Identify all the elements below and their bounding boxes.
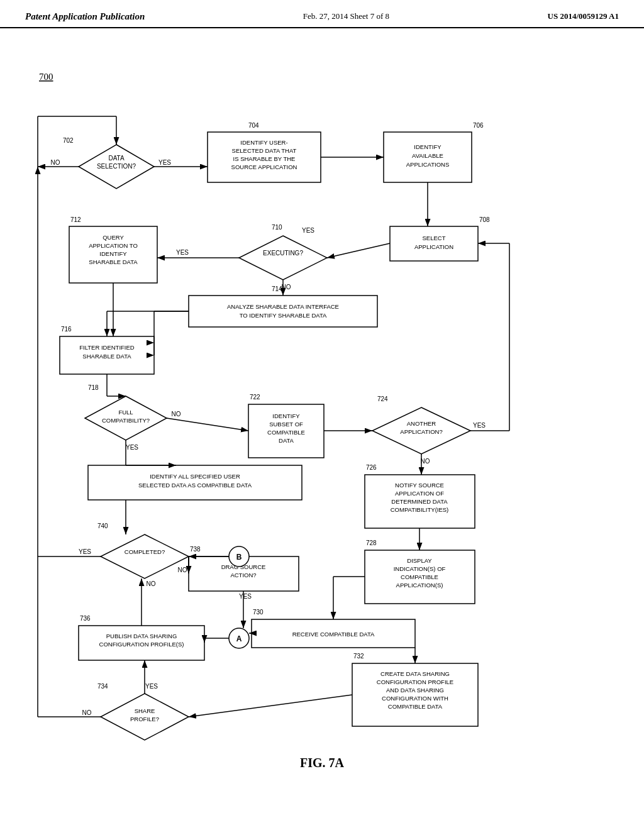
svg-text:SELECT: SELECT: [423, 235, 446, 241]
svg-text:712: 712: [70, 216, 81, 223]
svg-text:AND DATA SHARING: AND DATA SHARING: [386, 687, 444, 694]
svg-text:NO: NO: [178, 567, 187, 573]
svg-text:IDENTIFY: IDENTIFY: [414, 143, 441, 150]
svg-text:SELECTION?: SELECTION?: [97, 163, 136, 170]
svg-text:YES: YES: [145, 683, 158, 690]
svg-text:EXECUTING?: EXECUTING?: [263, 250, 303, 257]
svg-text:NO: NO: [82, 709, 92, 716]
svg-text:DATA: DATA: [108, 155, 125, 162]
svg-text:738: 738: [190, 546, 201, 553]
svg-text:736: 736: [80, 615, 91, 622]
svg-text:702: 702: [63, 137, 74, 144]
publication-title: Patent Application Publication: [25, 11, 145, 22]
svg-text:COMPATIBLE DATA: COMPATIBLE DATA: [388, 703, 443, 710]
svg-text:IDENTIFY: IDENTIFY: [99, 250, 127, 257]
svg-text:A: A: [236, 634, 242, 643]
svg-text:SUBSET OF: SUBSET OF: [269, 421, 303, 428]
svg-text:COMPATIBLE: COMPATIBLE: [401, 573, 438, 580]
svg-text:YES: YES: [158, 159, 171, 166]
svg-text:COMPATIBILITY(IES): COMPATIBILITY(IES): [391, 506, 449, 513]
svg-text:724: 724: [377, 396, 388, 402]
svg-text:SHARABLE DATA: SHARABLE DATA: [89, 258, 138, 265]
svg-rect-35: [189, 296, 377, 327]
svg-text:728: 728: [366, 540, 377, 546]
svg-text:708: 708: [479, 216, 490, 223]
svg-line-153: [189, 695, 352, 717]
svg-line-131: [167, 418, 248, 431]
svg-text:APPLICATION(S): APPLICATION(S): [396, 582, 443, 589]
svg-text:APPLICATION OF: APPLICATION OF: [395, 490, 444, 497]
svg-text:APPLICATIONS: APPLICATIONS: [406, 161, 449, 168]
svg-text:YES: YES: [79, 548, 91, 555]
svg-text:COMPATIBILITY?: COMPATIBILITY?: [102, 417, 150, 424]
svg-text:SOURCE APPLICATION: SOURCE APPLICATION: [231, 163, 297, 170]
svg-text:NO: NO: [172, 411, 181, 418]
svg-line-118: [327, 243, 390, 258]
svg-text:TO IDENTIFY SHARABLE DATA: TO IDENTIFY SHARABLE DATA: [240, 312, 327, 319]
svg-text:PROFILE?: PROFILE?: [130, 716, 159, 722]
svg-text:FULL: FULL: [118, 409, 133, 416]
svg-text:IS SHARABLE BY THE: IS SHARABLE BY THE: [233, 155, 296, 162]
svg-text:INDICATION(S) OF: INDICATION(S) OF: [394, 565, 446, 572]
svg-text:APPLICATION?: APPLICATION?: [400, 428, 442, 435]
page-header: Patent Application Publication Feb. 27, …: [0, 0, 644, 28]
svg-text:734: 734: [97, 683, 108, 690]
svg-text:716: 716: [61, 326, 72, 333]
svg-text:DISPLAY: DISPLAY: [407, 557, 432, 564]
svg-text:722: 722: [250, 394, 260, 401]
svg-text:SELECTED DATA THAT: SELECTED DATA THAT: [232, 147, 297, 154]
svg-text:IDENTIFY USER-: IDENTIFY USER-: [240, 139, 287, 146]
svg-text:QUERY: QUERY: [103, 234, 124, 241]
svg-text:718: 718: [88, 384, 99, 391]
svg-text:COMPLETED?: COMPLETED?: [125, 548, 165, 555]
svg-text:AVAILABLE: AVAILABLE: [412, 152, 443, 159]
svg-text:APPLICATION TO: APPLICATION TO: [89, 242, 138, 249]
svg-text:SHARE: SHARE: [135, 707, 155, 714]
svg-text:704: 704: [248, 122, 259, 129]
svg-text:SELECTED DATA AS COMPATIBLE DA: SELECTED DATA AS COMPATIBLE DATA: [138, 482, 252, 489]
svg-text:NO: NO: [51, 159, 60, 166]
svg-text:CREATE DATA SHARING: CREATE DATA SHARING: [380, 670, 450, 677]
svg-text:APPLICATION: APPLICATION: [414, 243, 453, 250]
diagram-area: 700 DATA SELECTION? 702 NO YES IDENTIFY …: [0, 35, 644, 789]
svg-text:CONFIGURATION PROFILE: CONFIGURATION PROFILE: [377, 678, 453, 685]
svg-text:NO: NO: [421, 458, 430, 465]
svg-text:ANOTHER: ANOTHER: [407, 420, 436, 427]
svg-text:ANALYZE SHARABLE DATA INTERFAC: ANALYZE SHARABLE DATA INTERFACE: [227, 303, 339, 310]
svg-text:NOTIFY SOURCE: NOTIFY SOURCE: [395, 482, 444, 489]
svg-text:YES: YES: [176, 249, 189, 256]
svg-text:740: 740: [97, 523, 108, 529]
svg-text:700: 700: [39, 72, 53, 82]
svg-text:706: 706: [473, 122, 484, 129]
svg-text:ACTION?: ACTION?: [230, 572, 256, 578]
svg-marker-23: [239, 236, 327, 280]
svg-text:FILTER IDENTIFIED: FILTER IDENTIFIED: [79, 344, 135, 351]
svg-text:PUBLISH DATA SHARING: PUBLISH DATA SHARING: [106, 633, 177, 639]
sheet-info: Feb. 27, 2014 Sheet 7 of 8: [303, 11, 389, 21]
svg-text:RECEIVE COMPATIBLE DATA: RECEIVE COMPATIBLE DATA: [292, 631, 375, 638]
svg-text:714: 714: [272, 285, 282, 292]
svg-text:710: 710: [272, 224, 282, 231]
svg-text:YES: YES: [302, 227, 314, 234]
figure-label: FIG. 7A: [300, 756, 344, 770]
svg-text:DETERMINED DATA: DETERMINED DATA: [391, 498, 448, 505]
flowchart-svg: 700 DATA SELECTION? 702 NO YES IDENTIFY …: [0, 35, 644, 789]
svg-text:IDENTIFY ALL SPECIFIED USER: IDENTIFY ALL SPECIFIED USER: [150, 473, 240, 480]
svg-text:730: 730: [253, 609, 264, 616]
svg-text:YES: YES: [126, 444, 138, 451]
svg-text:YES: YES: [473, 422, 486, 429]
svg-text:726: 726: [366, 464, 377, 471]
svg-text:COMPATIBLE: COMPATIBLE: [267, 429, 305, 436]
svg-text:CONFIGURATION PROFILE(S): CONFIGURATION PROFILE(S): [99, 641, 184, 648]
svg-text:IDENTIFY: IDENTIFY: [272, 412, 300, 419]
svg-text:DATA: DATA: [279, 437, 294, 444]
svg-text:732: 732: [353, 653, 364, 660]
svg-text:YES: YES: [239, 593, 252, 600]
svg-text:SHARABLE DATA: SHARABLE DATA: [82, 353, 131, 360]
patent-number: US 2014/0059129 A1: [548, 11, 619, 21]
svg-text:B: B: [236, 553, 242, 562]
svg-text:CONFIGURATION WITH: CONFIGURATION WITH: [382, 695, 448, 702]
svg-marker-102: [101, 534, 189, 578]
svg-text:NO: NO: [147, 580, 156, 587]
